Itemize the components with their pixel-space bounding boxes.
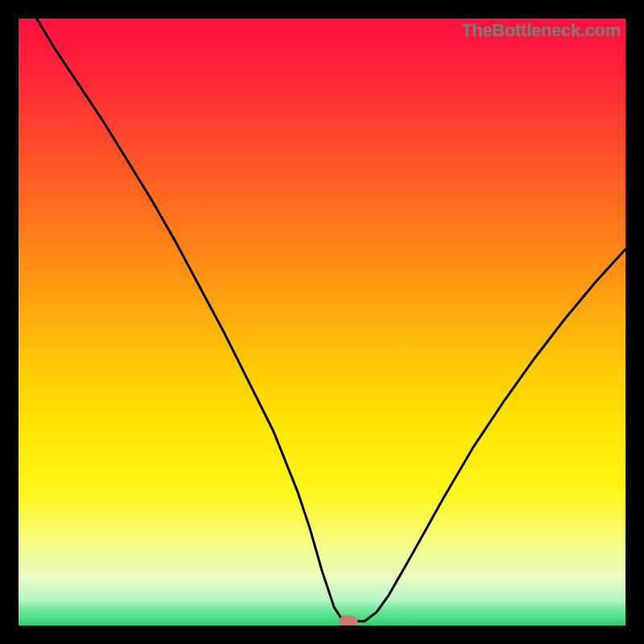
chart-frame: TheBottleneck.com	[19, 19, 625, 625]
gradient-background	[19, 19, 625, 625]
bottleneck-chart	[19, 19, 625, 625]
watermark-text: TheBottleneck.com	[461, 20, 621, 41]
